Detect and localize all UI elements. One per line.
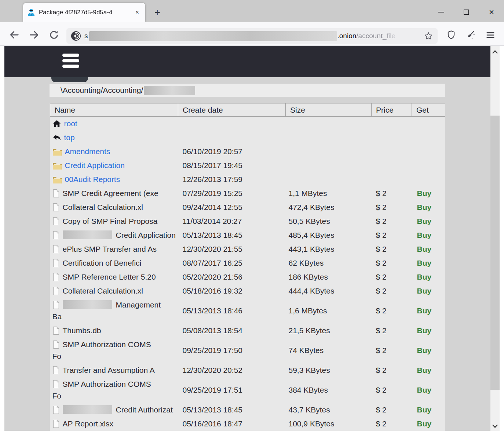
buy-link[interactable]: Buy [417, 306, 432, 315]
table-row: AP Report.xlsx 05/16/2016 18:47 100,9 KB… [50, 417, 446, 431]
buy-link[interactable]: Buy [417, 326, 432, 335]
table-row: Amendments 06/10/2019 20:57 [50, 145, 446, 159]
folder-link[interactable]: 00Audit Reports [65, 175, 120, 183]
scrollbar-thumb[interactable] [490, 116, 500, 390]
buy-link[interactable]: Buy [417, 346, 432, 354]
buy-link[interactable]: Buy [417, 217, 432, 225]
item-size: 384 KBytes [286, 377, 372, 403]
item-size: 485,4 KBytes [286, 228, 372, 242]
column-header-price: Price [372, 103, 412, 117]
table-header-row: Name Create date Size Price Get [50, 103, 446, 117]
window-maximize-button[interactable] [459, 6, 474, 18]
buy-link[interactable]: Buy [417, 259, 432, 267]
buy-link[interactable]: Buy [417, 189, 432, 197]
table-row: top [50, 131, 446, 145]
tab-title: Package 4f2827d5-9d5a-4 [39, 9, 133, 16]
header-tab-remnant [51, 77, 88, 82]
item-price [372, 117, 412, 131]
window-close-button[interactable]: × [484, 6, 499, 18]
table-row: Transfer and Assumption A 12/30/2020 20:… [50, 363, 446, 377]
item-get-cell: Buy [412, 363, 446, 377]
new-identity-broom-icon[interactable] [465, 30, 476, 40]
table-row: SMP Credit Agreement (exe 07/29/2019 15:… [50, 186, 446, 200]
item-get-cell [412, 131, 446, 145]
buy-link[interactable]: Buy [417, 245, 432, 253]
item-price [372, 131, 412, 145]
hamburger-bar [62, 65, 79, 68]
table-row: 00Audit Reports 12/26/2013 17:59 [50, 172, 446, 186]
file-name: ePlus SMP Transfer and As [63, 245, 157, 253]
item-price: $ 2 [372, 324, 412, 338]
folder-link[interactable]: Credit Application [65, 161, 125, 170]
buy-link[interactable]: Buy [417, 386, 432, 394]
buy-link[interactable]: Buy [417, 287, 432, 295]
item-size: 21,5 KBytes [286, 324, 372, 338]
onion-site-icon[interactable] [71, 31, 81, 41]
url-domain-suffix: .onion [337, 32, 357, 40]
breadcrumb-path: \Accounting/Accounting/ [61, 86, 143, 95]
file-name: Collateral Calculation.xl [63, 203, 143, 211]
reload-button[interactable] [48, 29, 59, 40]
item-price: $ 2 [372, 186, 412, 200]
table-row: Thumbs.db 05/08/2013 18:54 21,5 KBytes $… [50, 324, 446, 338]
scroll-down-icon[interactable] [492, 423, 498, 427]
url-bar[interactable]: s .onion /account_file [66, 28, 438, 44]
redaction-box [63, 300, 112, 309]
up-link[interactable]: top [64, 133, 75, 142]
maximize-icon [464, 10, 469, 15]
item-create-date [178, 117, 286, 131]
item-price: $ 2 [372, 363, 412, 377]
buy-link[interactable]: Buy [417, 419, 432, 428]
home-link[interactable]: root [64, 119, 77, 128]
item-price [372, 145, 412, 159]
table-row: Collateral Calculation.xl 09/24/2014 12:… [50, 200, 446, 214]
item-get-cell [412, 159, 446, 172]
table-row: Credit Authorizat 05/13/2013 18:45 43,7 … [50, 403, 446, 417]
buy-link[interactable]: Buy [417, 231, 432, 239]
file-table: Name Create date Size Price Get root top… [50, 103, 445, 431]
buy-link[interactable]: Buy [417, 273, 432, 281]
file-icon [52, 326, 60, 335]
buy-link[interactable]: Buy [417, 203, 432, 211]
browser-menu-icon[interactable] [485, 30, 496, 40]
shield-icon[interactable] [446, 30, 456, 40]
tab-close-icon[interactable]: × [133, 8, 142, 17]
file-name: Certification of Benefici [63, 259, 142, 267]
item-price: $ 2 [372, 403, 412, 417]
scroll-up-icon[interactable] [492, 49, 498, 54]
item-get-cell: Buy [412, 403, 446, 417]
item-price: $ 2 [372, 270, 412, 284]
page-scrollbar[interactable] [490, 46, 500, 431]
browser-tab[interactable]: Package 4f2827d5-9d5a-4 × [23, 3, 145, 22]
file-name: Thumbs.db [63, 326, 101, 335]
file-icon [52, 217, 60, 226]
window-minimize-button[interactable] [434, 6, 448, 18]
buy-link[interactable]: Buy [417, 366, 432, 374]
site-header [4, 46, 490, 77]
table-row: Management Ba 05/13/2013 18:46 1,6 MByte… [50, 298, 446, 324]
forward-button[interactable] [29, 29, 40, 40]
item-size [286, 145, 372, 159]
new-tab-button[interactable]: + [151, 6, 164, 19]
item-get-cell: Buy [412, 186, 446, 200]
folder-link[interactable]: Amendments [65, 147, 110, 156]
item-create-date: 05/08/2013 18:54 [178, 324, 286, 338]
file-icon [52, 231, 60, 240]
item-create-date: 05/20/2020 21:56 [178, 270, 286, 284]
item-size: 74 KBytes [286, 338, 372, 363]
item-create-date: 09/25/2019 17:51 [178, 377, 286, 403]
table-row: SMP Authorization COMS Fo 09/25/2019 17:… [50, 338, 446, 363]
file-icon [52, 203, 60, 212]
breadcrumb-redaction-box [144, 86, 195, 95]
item-get-cell: Buy [412, 242, 446, 256]
hamburger-bar [62, 54, 79, 57]
file-name: Transfer and Assumption A [63, 366, 155, 374]
item-get-cell [412, 117, 446, 131]
site-menu-icon[interactable] [62, 54, 79, 70]
item-size: 43,7 KBytes [286, 403, 372, 417]
bookmark-star-icon[interactable] [424, 31, 433, 41]
spy-favicon-icon [27, 8, 36, 17]
buy-link[interactable]: Buy [417, 405, 432, 414]
minimize-icon [438, 12, 444, 12]
back-button[interactable] [9, 29, 20, 40]
